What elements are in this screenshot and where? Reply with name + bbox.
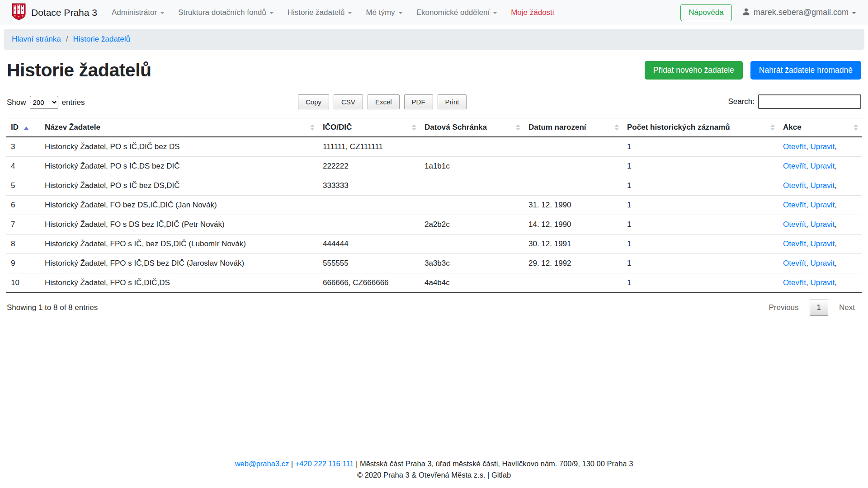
- cell-id: 7: [6, 215, 40, 235]
- column-header-n-zev-adatele[interactable]: Název Žadatele: [40, 118, 318, 137]
- cell-dob: [524, 273, 623, 293]
- cell-actions: Otevřít, Upravit,: [778, 176, 862, 196]
- cell-dob: [524, 157, 623, 176]
- nav-item-2[interactable]: Struktura dotačních fondů: [178, 8, 274, 17]
- cell-ico: 666666, CZ666666: [318, 273, 420, 293]
- help-button[interactable]: Nápověda: [680, 4, 732, 21]
- edit-link[interactable]: Upravit: [810, 201, 835, 209]
- open-link[interactable]: Otevřít: [783, 278, 806, 287]
- nav-item-label: Ekonomické oddělení: [416, 8, 490, 17]
- entries-label: entries: [62, 98, 85, 107]
- nav-item-4[interactable]: Mé týmy: [366, 8, 402, 17]
- search-input[interactable]: [758, 94, 861, 109]
- footer-gitlab-link[interactable]: Gitlab: [491, 471, 511, 479]
- cell-ico: 222222: [318, 157, 420, 176]
- cell-ico: 555555: [318, 254, 420, 273]
- sort-icons: [516, 124, 520, 131]
- footer-email-link[interactable]: web@praha3.cz: [235, 460, 289, 468]
- export-excel-button[interactable]: Excel: [368, 94, 400, 109]
- cell-count: 1: [623, 235, 778, 254]
- footer-copyright-line: © 2020 Praha 3 & Otevřená Města z.s. | G…: [0, 469, 868, 481]
- cell-count: 1: [623, 273, 778, 293]
- add-applicant-button[interactable]: Přidat nového žadatele: [645, 61, 743, 80]
- column-header-datov-schr-nka[interactable]: Datová Schránka: [420, 118, 524, 137]
- page-length-select[interactable]: 200: [30, 96, 58, 109]
- user-icon: [742, 7, 750, 18]
- chevron-down-icon: [852, 12, 856, 14]
- cell-dob: [524, 137, 623, 157]
- page-number-button[interactable]: 1: [810, 300, 828, 316]
- sort-up-icon: [854, 124, 858, 127]
- brand[interactable]: Dotace Praha 3: [12, 3, 97, 22]
- next-page-button[interactable]: Next: [833, 300, 861, 315]
- user-menu[interactable]: marek.sebera@gmail.com: [742, 7, 856, 18]
- export-pdf-button[interactable]: PDF: [404, 94, 433, 109]
- table-row: 5Historický Žadatel, PO s IČ bez DS,DIČ3…: [6, 176, 862, 196]
- sort-up-icon: [770, 124, 775, 127]
- export-csv-button[interactable]: CSV: [334, 94, 363, 109]
- footer-contact-line: web@praha3.cz | +420 222 116 111 | Městs…: [0, 458, 868, 470]
- edit-link[interactable]: Upravit: [810, 142, 835, 151]
- table-info: Showing 1 to 8 of 8 entries: [7, 303, 98, 312]
- cell-name: Historický Žadatel, FPO s IČ,DS bez DIČ …: [40, 254, 318, 273]
- table-row: 6Historický Žadatel, FO bez DS,IČ,DIČ (J…: [6, 196, 862, 215]
- cell-name: Historický Žadatel, PO s IČ bez DS,DIČ: [40, 176, 318, 196]
- open-link[interactable]: Otevřít: [783, 259, 806, 267]
- table-row: 8Historický Žadatel, FPO s IČ, bez DS,DI…: [6, 235, 862, 254]
- cell-ds: [420, 235, 524, 254]
- export-copy-button[interactable]: Copy: [298, 94, 329, 109]
- sort-icons: [310, 124, 315, 131]
- sort-down-icon: [614, 128, 619, 131]
- table-row: 9Historický Žadatel, FPO s IČ,DS bez DIČ…: [6, 254, 862, 273]
- open-link[interactable]: Otevřít: [783, 162, 806, 170]
- open-link[interactable]: Otevřít: [783, 220, 806, 229]
- column-header-po-et-historick-ch-z-znam-[interactable]: Počet historických záznamů: [623, 118, 778, 137]
- edit-link[interactable]: Upravit: [810, 239, 835, 248]
- cell-actions: Otevřít, Upravit,: [778, 196, 862, 215]
- cell-count: 1: [623, 176, 778, 196]
- sort-up-icon: [412, 124, 416, 127]
- edit-link[interactable]: Upravit: [810, 259, 835, 267]
- chevron-down-icon: [348, 12, 352, 14]
- cell-name: Historický Žadatel, PO s IČ,DIČ bez DS: [40, 137, 318, 157]
- previous-page-button[interactable]: Previous: [762, 300, 805, 315]
- edit-link[interactable]: Upravit: [810, 181, 835, 190]
- column-label: Akce: [783, 123, 802, 131]
- cell-actions: Otevřít, Upravit,: [778, 157, 862, 176]
- nav-item-5[interactable]: Ekonomické oddělení: [416, 8, 498, 17]
- column-header-i-o-di-[interactable]: IČO/DIČ: [318, 118, 420, 137]
- nav-item-1[interactable]: Administrátor: [112, 8, 165, 17]
- open-link[interactable]: Otevřít: [783, 181, 806, 190]
- applicants-table: IDNázev ŽadateleIČO/DIČDatová SchránkaDa…: [6, 118, 862, 293]
- sort-down-icon: [412, 128, 416, 131]
- nav-item-label: Mé týmy: [366, 8, 395, 17]
- footer-phone-link[interactable]: +420 222 116 111: [295, 460, 354, 468]
- edit-link[interactable]: Upravit: [810, 220, 835, 229]
- nav-item-label: Historie žadatelů: [288, 8, 345, 17]
- cell-actions: Otevřít, Upravit,: [778, 137, 862, 157]
- edit-link[interactable]: Upravit: [810, 162, 835, 170]
- nav-item-3[interactable]: Historie žadatelů: [288, 8, 353, 17]
- praha3-coat-of-arms-icon: [12, 3, 26, 22]
- cell-actions: Otevřít, Upravit,: [778, 273, 862, 293]
- column-label: Název Žadatele: [45, 123, 100, 131]
- sort-icons: [854, 124, 858, 131]
- bulk-upload-button[interactable]: Nahrát žadatele hromadně: [750, 61, 861, 80]
- cell-id: 8: [6, 235, 40, 254]
- column-header-akce[interactable]: Akce: [778, 118, 862, 137]
- edit-link[interactable]: Upravit: [810, 278, 835, 287]
- open-link[interactable]: Otevřít: [783, 201, 806, 209]
- breadcrumb-home-link[interactable]: Hlavní stránka: [12, 35, 61, 44]
- column-header-datum-narozen-[interactable]: Datum narození: [524, 118, 623, 137]
- open-link[interactable]: Otevřít: [783, 239, 806, 248]
- nav-item-6[interactable]: Moje žádosti: [511, 8, 554, 17]
- export-print-button[interactable]: Print: [438, 94, 467, 109]
- column-header-id[interactable]: ID: [6, 118, 40, 137]
- open-link[interactable]: Otevřít: [783, 142, 806, 151]
- column-label: Datum narození: [528, 123, 586, 131]
- table-row: 10Historický Žadatel, FPO s IČ,DIČ,DS666…: [6, 273, 862, 293]
- sort-down-icon: [770, 128, 775, 131]
- sort-icons: [614, 124, 619, 131]
- sort-icons: [770, 124, 775, 131]
- breadcrumb-current-link[interactable]: Historie žadatelů: [73, 35, 130, 44]
